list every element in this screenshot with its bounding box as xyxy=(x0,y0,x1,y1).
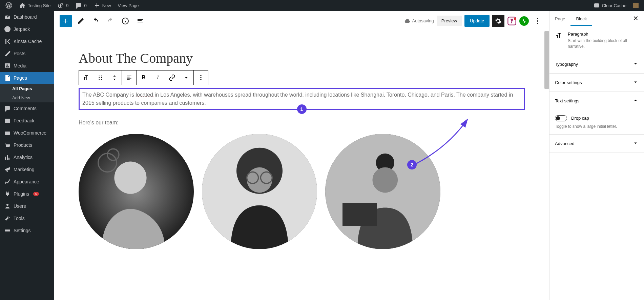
drop-cap-toggle[interactable] xyxy=(555,115,567,121)
sidebar-item-dashboard[interactable]: Dashboard xyxy=(0,11,54,23)
drop-cap-label: Drop cap xyxy=(571,116,589,121)
sidebar-pages-submenu: All Pages Add New xyxy=(0,84,54,102)
update-button[interactable]: Update xyxy=(464,15,490,27)
sidebar-item-users[interactable]: Users xyxy=(0,200,54,212)
svg-point-14 xyxy=(537,20,538,22)
sidebar-item-comments[interactable]: Comments xyxy=(0,102,54,115)
panel-text-settings-header[interactable]: Text settings xyxy=(549,92,644,110)
settings-sidebar-icon xyxy=(4,227,11,234)
italic-button[interactable]: I xyxy=(151,71,165,85)
panel-advanced[interactable]: Advanced xyxy=(549,135,644,153)
preview-button[interactable]: Preview xyxy=(437,16,462,26)
bold-button[interactable]: B xyxy=(137,71,151,85)
panel-close-button[interactable]: ✕ xyxy=(627,14,644,22)
jetpack-button[interactable] xyxy=(519,16,529,26)
align-button[interactable] xyxy=(122,71,136,85)
svg-point-21 xyxy=(101,79,102,80)
tools-pencil-button[interactable] xyxy=(75,15,87,27)
sidebar-label: Feedback xyxy=(14,118,34,123)
sidebar-item-feedback[interactable]: Feedback xyxy=(0,115,54,127)
annotation-badge-1: 1 xyxy=(297,104,307,114)
view-page-link[interactable]: View Page xyxy=(115,0,142,11)
mover-buttons[interactable] xyxy=(107,71,122,85)
sidebar-item-settings[interactable]: Settings xyxy=(0,224,54,237)
panel-color-settings[interactable]: Color settings xyxy=(549,74,644,92)
wp-logo[interactable] xyxy=(3,0,15,11)
undo-button[interactable] xyxy=(89,15,102,27)
site-link[interactable]: Testing Site xyxy=(16,0,53,11)
more-rich-text[interactable] xyxy=(179,71,193,85)
tab-page[interactable]: Page xyxy=(549,11,570,26)
sidebar-sub-add-new[interactable]: Add New xyxy=(0,93,54,102)
profile-link[interactable] xyxy=(630,0,641,11)
paragraph-block[interactable]: The ABC Company is located in Los Angele… xyxy=(79,88,525,110)
yoast-button[interactable] xyxy=(507,16,517,26)
sidebar-item-plugins[interactable]: Plugins5 xyxy=(0,188,54,200)
sidebar-item-kinsta[interactable]: Kinsta Cache xyxy=(0,35,54,47)
block-info: Paragraph Start with the building block … xyxy=(549,26,644,55)
sidebar-item-marketing[interactable]: Marketing xyxy=(0,163,54,176)
editor-canvas[interactable]: About The Company B I xyxy=(54,31,549,300)
annotation-badge-2: 2 xyxy=(407,160,417,169)
sidebar-item-woocommerce[interactable]: WooCommerce xyxy=(0,127,54,139)
chevron-down-icon xyxy=(632,140,639,147)
block-type-button[interactable] xyxy=(79,71,93,85)
sidebar-label: Comments xyxy=(14,106,37,111)
sidebar-item-jetpack[interactable]: Jetpack xyxy=(0,23,54,35)
team-image-3[interactable] xyxy=(325,134,440,249)
svg-point-36 xyxy=(372,167,398,193)
svg-point-23 xyxy=(200,77,201,78)
tab-block[interactable]: Block xyxy=(570,11,592,26)
sidebar-item-pages[interactable]: Pages xyxy=(0,72,54,84)
update-icon xyxy=(57,2,64,9)
add-block-button[interactable] xyxy=(60,15,72,27)
team-image-1[interactable] xyxy=(79,134,194,249)
link-button[interactable] xyxy=(165,71,179,85)
page-title[interactable]: About The Company xyxy=(79,50,525,66)
sidebar-item-analytics[interactable]: Analytics xyxy=(0,151,54,163)
team-image-2[interactable] xyxy=(202,134,317,249)
admin-sidebar: Dashboard Jetpack Kinsta Cache Posts Med… xyxy=(0,11,54,300)
svg-point-4 xyxy=(6,204,8,206)
sidebar-item-media[interactable]: Media xyxy=(0,60,54,72)
svg-point-18 xyxy=(99,79,100,80)
block-more-button[interactable] xyxy=(194,71,208,85)
paragraph-icon xyxy=(555,32,563,49)
sidebar-item-products[interactable]: Products xyxy=(0,139,54,151)
sidebar-item-appearance[interactable]: Appearance xyxy=(0,176,54,188)
sidebar-sub-all-pages[interactable]: All Pages xyxy=(0,84,54,93)
chevron-up-icon xyxy=(632,97,639,104)
appearance-icon xyxy=(4,178,11,185)
redo-button[interactable] xyxy=(104,15,117,27)
admin-bar: Testing Site 9 0 New View Page Clear Cac… xyxy=(0,0,644,11)
settings-toggle-button[interactable] xyxy=(492,15,504,27)
comments-sidebar-icon xyxy=(4,105,11,112)
updates-count: 9 xyxy=(66,3,68,8)
svg-point-31 xyxy=(247,167,272,193)
editor-header-toolbar: Autosaving Preview Update xyxy=(54,11,549,31)
settings-panel: Page Block ✕ Paragraph Start with the bu… xyxy=(549,11,644,300)
refresh-icon xyxy=(593,2,600,9)
sidebar-label: Posts xyxy=(14,51,25,56)
drag-handle[interactable] xyxy=(93,71,107,85)
clear-cache[interactable]: Clear Cache xyxy=(590,0,629,11)
info-button[interactable] xyxy=(119,15,131,27)
team-heading-text[interactable]: Here's our team: xyxy=(79,120,525,126)
sidebar-item-posts[interactable]: Posts xyxy=(0,47,54,60)
outline-button[interactable] xyxy=(134,15,146,27)
comments-count: 0 xyxy=(84,3,86,8)
sidebar-label: Plugins xyxy=(14,191,29,197)
panel-typography[interactable]: Typography xyxy=(549,55,644,74)
view-page-label: View Page xyxy=(118,3,139,8)
sidebar-item-tools[interactable]: Tools xyxy=(0,212,54,224)
comment-icon xyxy=(75,2,82,9)
new-link[interactable]: New xyxy=(91,0,114,11)
more-options-button[interactable] xyxy=(532,15,544,27)
products-icon xyxy=(4,142,11,148)
sidebar-label: Appearance xyxy=(14,179,39,184)
home-icon xyxy=(19,2,26,9)
scrollbar-thumb[interactable] xyxy=(544,31,549,89)
feedback-icon xyxy=(4,117,11,124)
comments-link[interactable]: 0 xyxy=(72,0,89,11)
updates-link[interactable]: 9 xyxy=(55,0,71,11)
